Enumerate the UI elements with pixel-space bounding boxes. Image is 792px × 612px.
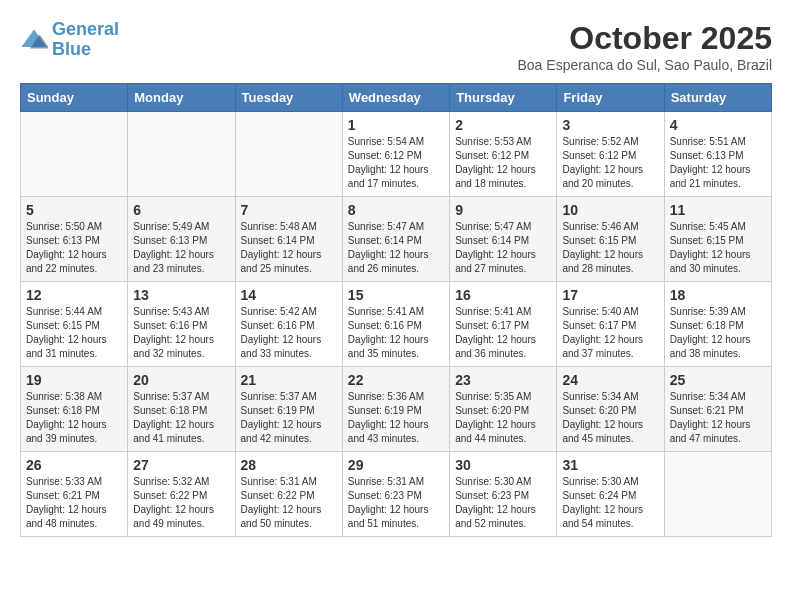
day-info: Sunrise: 5:39 AM Sunset: 6:18 PM Dayligh… (670, 305, 766, 361)
day-info: Sunrise: 5:30 AM Sunset: 6:23 PM Dayligh… (455, 475, 551, 531)
day-number: 4 (670, 117, 766, 133)
week-row-4: 26Sunrise: 5:33 AM Sunset: 6:21 PM Dayli… (21, 452, 772, 537)
day-info: Sunrise: 5:51 AM Sunset: 6:13 PM Dayligh… (670, 135, 766, 191)
day-cell: 3Sunrise: 5:52 AM Sunset: 6:12 PM Daylig… (557, 112, 664, 197)
day-cell: 17Sunrise: 5:40 AM Sunset: 6:17 PM Dayli… (557, 282, 664, 367)
calendar-body: 1Sunrise: 5:54 AM Sunset: 6:12 PM Daylig… (21, 112, 772, 537)
location: Boa Esperanca do Sul, Sao Paulo, Brazil (518, 57, 773, 73)
day-info: Sunrise: 5:37 AM Sunset: 6:19 PM Dayligh… (241, 390, 337, 446)
day-info: Sunrise: 5:35 AM Sunset: 6:20 PM Dayligh… (455, 390, 551, 446)
week-row-2: 12Sunrise: 5:44 AM Sunset: 6:15 PM Dayli… (21, 282, 772, 367)
title-block: October 2025 Boa Esperanca do Sul, Sao P… (518, 20, 773, 73)
day-number: 3 (562, 117, 658, 133)
day-info: Sunrise: 5:45 AM Sunset: 6:15 PM Dayligh… (670, 220, 766, 276)
header-saturday: Saturday (664, 84, 771, 112)
day-cell: 18Sunrise: 5:39 AM Sunset: 6:18 PM Dayli… (664, 282, 771, 367)
day-info: Sunrise: 5:38 AM Sunset: 6:18 PM Dayligh… (26, 390, 122, 446)
day-info: Sunrise: 5:47 AM Sunset: 6:14 PM Dayligh… (455, 220, 551, 276)
day-info: Sunrise: 5:41 AM Sunset: 6:16 PM Dayligh… (348, 305, 444, 361)
day-cell: 6Sunrise: 5:49 AM Sunset: 6:13 PM Daylig… (128, 197, 235, 282)
day-cell (235, 112, 342, 197)
day-info: Sunrise: 5:34 AM Sunset: 6:20 PM Dayligh… (562, 390, 658, 446)
week-row-3: 19Sunrise: 5:38 AM Sunset: 6:18 PM Dayli… (21, 367, 772, 452)
day-cell: 12Sunrise: 5:44 AM Sunset: 6:15 PM Dayli… (21, 282, 128, 367)
day-number: 2 (455, 117, 551, 133)
day-info: Sunrise: 5:43 AM Sunset: 6:16 PM Dayligh… (133, 305, 229, 361)
header-sunday: Sunday (21, 84, 128, 112)
day-number: 9 (455, 202, 551, 218)
day-info: Sunrise: 5:31 AM Sunset: 6:22 PM Dayligh… (241, 475, 337, 531)
header-tuesday: Tuesday (235, 84, 342, 112)
day-info: Sunrise: 5:47 AM Sunset: 6:14 PM Dayligh… (348, 220, 444, 276)
day-number: 7 (241, 202, 337, 218)
day-number: 30 (455, 457, 551, 473)
day-cell: 10Sunrise: 5:46 AM Sunset: 6:15 PM Dayli… (557, 197, 664, 282)
day-cell: 2Sunrise: 5:53 AM Sunset: 6:12 PM Daylig… (450, 112, 557, 197)
day-info: Sunrise: 5:32 AM Sunset: 6:22 PM Dayligh… (133, 475, 229, 531)
day-info: Sunrise: 5:49 AM Sunset: 6:13 PM Dayligh… (133, 220, 229, 276)
logo-general: General (52, 19, 119, 39)
header-wednesday: Wednesday (342, 84, 449, 112)
day-info: Sunrise: 5:42 AM Sunset: 6:16 PM Dayligh… (241, 305, 337, 361)
day-info: Sunrise: 5:30 AM Sunset: 6:24 PM Dayligh… (562, 475, 658, 531)
day-info: Sunrise: 5:52 AM Sunset: 6:12 PM Dayligh… (562, 135, 658, 191)
day-cell: 28Sunrise: 5:31 AM Sunset: 6:22 PM Dayli… (235, 452, 342, 537)
header-thursday: Thursday (450, 84, 557, 112)
day-cell: 26Sunrise: 5:33 AM Sunset: 6:21 PM Dayli… (21, 452, 128, 537)
day-cell: 16Sunrise: 5:41 AM Sunset: 6:17 PM Dayli… (450, 282, 557, 367)
day-info: Sunrise: 5:46 AM Sunset: 6:15 PM Dayligh… (562, 220, 658, 276)
day-number: 8 (348, 202, 444, 218)
day-info: Sunrise: 5:44 AM Sunset: 6:15 PM Dayligh… (26, 305, 122, 361)
day-number: 24 (562, 372, 658, 388)
day-cell: 4Sunrise: 5:51 AM Sunset: 6:13 PM Daylig… (664, 112, 771, 197)
calendar-table: SundayMondayTuesdayWednesdayThursdayFrid… (20, 83, 772, 537)
day-number: 22 (348, 372, 444, 388)
day-number: 14 (241, 287, 337, 303)
day-cell: 19Sunrise: 5:38 AM Sunset: 6:18 PM Dayli… (21, 367, 128, 452)
day-number: 13 (133, 287, 229, 303)
day-cell: 15Sunrise: 5:41 AM Sunset: 6:16 PM Dayli… (342, 282, 449, 367)
day-cell: 24Sunrise: 5:34 AM Sunset: 6:20 PM Dayli… (557, 367, 664, 452)
day-number: 26 (26, 457, 122, 473)
day-number: 18 (670, 287, 766, 303)
logo-blue: Blue (52, 40, 119, 60)
day-info: Sunrise: 5:34 AM Sunset: 6:21 PM Dayligh… (670, 390, 766, 446)
day-cell: 29Sunrise: 5:31 AM Sunset: 6:23 PM Dayli… (342, 452, 449, 537)
day-number: 12 (26, 287, 122, 303)
day-cell: 13Sunrise: 5:43 AM Sunset: 6:16 PM Dayli… (128, 282, 235, 367)
header-row: SundayMondayTuesdayWednesdayThursdayFrid… (21, 84, 772, 112)
day-cell: 22Sunrise: 5:36 AM Sunset: 6:19 PM Dayli… (342, 367, 449, 452)
day-number: 10 (562, 202, 658, 218)
day-info: Sunrise: 5:40 AM Sunset: 6:17 PM Dayligh… (562, 305, 658, 361)
day-cell: 30Sunrise: 5:30 AM Sunset: 6:23 PM Dayli… (450, 452, 557, 537)
day-number: 20 (133, 372, 229, 388)
day-cell: 27Sunrise: 5:32 AM Sunset: 6:22 PM Dayli… (128, 452, 235, 537)
day-cell (128, 112, 235, 197)
day-number: 6 (133, 202, 229, 218)
day-number: 19 (26, 372, 122, 388)
day-cell: 8Sunrise: 5:47 AM Sunset: 6:14 PM Daylig… (342, 197, 449, 282)
day-cell: 31Sunrise: 5:30 AM Sunset: 6:24 PM Dayli… (557, 452, 664, 537)
day-cell: 21Sunrise: 5:37 AM Sunset: 6:19 PM Dayli… (235, 367, 342, 452)
day-number: 17 (562, 287, 658, 303)
day-number: 21 (241, 372, 337, 388)
day-number: 5 (26, 202, 122, 218)
day-number: 11 (670, 202, 766, 218)
header-friday: Friday (557, 84, 664, 112)
logo: General Blue (20, 20, 119, 60)
day-number: 29 (348, 457, 444, 473)
day-number: 28 (241, 457, 337, 473)
day-number: 23 (455, 372, 551, 388)
day-info: Sunrise: 5:53 AM Sunset: 6:12 PM Dayligh… (455, 135, 551, 191)
day-cell: 5Sunrise: 5:50 AM Sunset: 6:13 PM Daylig… (21, 197, 128, 282)
day-info: Sunrise: 5:31 AM Sunset: 6:23 PM Dayligh… (348, 475, 444, 531)
month-title: October 2025 (518, 20, 773, 57)
day-number: 25 (670, 372, 766, 388)
day-info: Sunrise: 5:50 AM Sunset: 6:13 PM Dayligh… (26, 220, 122, 276)
day-number: 16 (455, 287, 551, 303)
day-number: 27 (133, 457, 229, 473)
day-info: Sunrise: 5:41 AM Sunset: 6:17 PM Dayligh… (455, 305, 551, 361)
day-cell: 23Sunrise: 5:35 AM Sunset: 6:20 PM Dayli… (450, 367, 557, 452)
day-number: 31 (562, 457, 658, 473)
day-info: Sunrise: 5:36 AM Sunset: 6:19 PM Dayligh… (348, 390, 444, 446)
